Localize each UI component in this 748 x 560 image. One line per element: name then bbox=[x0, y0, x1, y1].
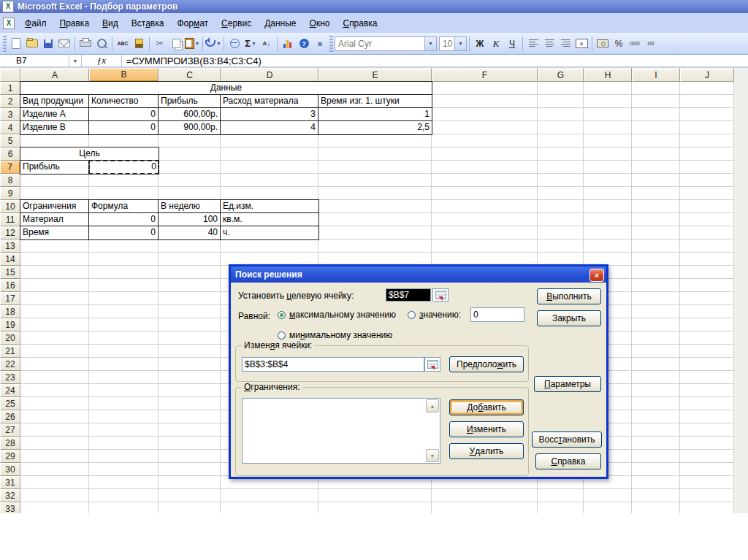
cell[interactable]: Ограничения bbox=[20, 200, 89, 213]
column-header-F[interactable]: F bbox=[432, 68, 538, 82]
format-painter-icon[interactable] bbox=[131, 36, 147, 52]
close-icon[interactable]: × bbox=[589, 269, 604, 282]
row-header-29[interactable]: 29 bbox=[0, 450, 20, 463]
cell[interactable]: 40 bbox=[159, 226, 221, 239]
radio-min-value[interactable]: минимальному значению bbox=[278, 330, 392, 340]
menu-вид[interactable]: Вид bbox=[96, 16, 124, 31]
toolbar-grip[interactable] bbox=[3, 36, 7, 52]
row-header-4[interactable]: 4 bbox=[0, 121, 20, 134]
radio-max-value[interactable]: максимальному значению bbox=[278, 310, 396, 320]
selected-cell[interactable]: 0 bbox=[89, 161, 159, 174]
target-cell-field[interactable]: $B$7 bbox=[386, 288, 431, 302]
cell[interactable]: ч. bbox=[221, 226, 318, 239]
currency-style-button[interactable] bbox=[595, 36, 611, 52]
cell[interactable]: 100 bbox=[159, 213, 221, 226]
row-header-14[interactable]: 14 bbox=[0, 253, 20, 266]
row-header-16[interactable]: 16 bbox=[0, 279, 20, 292]
cell[interactable]: 0 bbox=[89, 121, 159, 134]
row-header-32[interactable]: 32 bbox=[0, 489, 20, 502]
paste-icon[interactable]: ▼ bbox=[184, 36, 200, 52]
help-icon[interactable]: ? bbox=[296, 36, 312, 52]
row-header-33[interactable]: 33 bbox=[0, 502, 20, 513]
select-all-corner[interactable] bbox=[0, 68, 20, 82]
row-header-18[interactable]: 18 bbox=[0, 305, 20, 318]
row-header-19[interactable]: 19 bbox=[0, 318, 20, 331]
cut-icon[interactable]: ✂ bbox=[152, 36, 168, 52]
cell[interactable]: Цель bbox=[20, 147, 159, 161]
dialog-titlebar[interactable]: Поиск решения bbox=[231, 266, 606, 283]
name-box-dropdown[interactable]: ▼ bbox=[69, 55, 82, 66]
row-header-11[interactable]: 11 bbox=[0, 213, 20, 226]
column-header-B[interactable]: B bbox=[89, 68, 159, 82]
merge-center-button[interactable]: а bbox=[573, 36, 589, 52]
row-header-26[interactable]: 26 bbox=[0, 410, 20, 423]
insert-function-icon[interactable]: ƒx bbox=[82, 54, 122, 67]
new-icon[interactable] bbox=[8, 36, 24, 52]
cell[interactable]: Прибыль bbox=[159, 95, 221, 108]
cell[interactable]: Время изг. 1. штуки bbox=[318, 95, 432, 108]
sort-ascending-icon[interactable]: А↓ bbox=[259, 36, 275, 52]
align-left-button[interactable] bbox=[525, 36, 541, 52]
cell[interactable]: кв.м. bbox=[221, 213, 318, 226]
row-header-12[interactable]: 12 bbox=[0, 226, 20, 239]
row-header-17[interactable]: 17 bbox=[0, 292, 20, 305]
email-icon[interactable] bbox=[56, 36, 72, 52]
cell[interactable]: Вид продукции bbox=[20, 95, 89, 108]
toolbar-options-icon[interactable]: » bbox=[312, 36, 328, 52]
cell[interactable]: Время bbox=[20, 226, 89, 239]
row-header-21[interactable]: 21 bbox=[0, 345, 20, 358]
run-button[interactable]: Выполнить bbox=[537, 288, 601, 304]
row-header-7[interactable]: 7 bbox=[0, 161, 20, 174]
menu-сервис[interactable]: Сервис bbox=[215, 16, 257, 31]
row-header-9[interactable]: 9 bbox=[0, 187, 20, 200]
collapse-dialog-icon[interactable] bbox=[424, 357, 440, 372]
print-icon[interactable] bbox=[77, 36, 94, 52]
cell[interactable]: Изделие А bbox=[20, 108, 89, 121]
cell[interactable]: 600,00р. bbox=[159, 108, 221, 121]
menu-вставка[interactable]: Вставка bbox=[126, 16, 170, 31]
row-header-5[interactable]: 5 bbox=[0, 134, 20, 147]
row-header-10[interactable]: 10 bbox=[0, 200, 20, 213]
cell[interactable]: 2,5 bbox=[318, 121, 432, 134]
change-button[interactable]: Изменить bbox=[449, 421, 524, 437]
formula-text[interactable]: =СУММПРОИЗВ(B3:B4;C3:C4) bbox=[122, 55, 262, 66]
autosum-icon[interactable]: Σ▼ bbox=[243, 36, 259, 52]
align-center-button[interactable] bbox=[541, 36, 557, 52]
cell[interactable]: Данные bbox=[20, 82, 432, 95]
italic-button[interactable]: К bbox=[488, 36, 504, 52]
value-input[interactable]: 0 bbox=[470, 307, 524, 322]
row-header-27[interactable]: 27 bbox=[0, 423, 20, 437]
name-box[interactable]: B7 bbox=[0, 54, 69, 67]
row-header-13[interactable]: 13 bbox=[0, 239, 20, 253]
font-name-combo[interactable]: Arial Cyr ▼ bbox=[335, 37, 437, 51]
row-header-20[interactable]: 20 bbox=[0, 331, 20, 345]
chevron-down-icon[interactable]: ▼ bbox=[424, 37, 436, 50]
font-size-combo[interactable]: 10 ▼ bbox=[439, 37, 467, 51]
menu-формат[interactable]: Формат bbox=[171, 16, 214, 31]
cell[interactable]: Формула bbox=[89, 200, 159, 213]
cell[interactable]: 3 bbox=[221, 108, 318, 121]
copy-icon[interactable] bbox=[168, 36, 184, 52]
column-header-A[interactable]: A bbox=[20, 68, 89, 82]
column-header-E[interactable]: E bbox=[318, 68, 432, 82]
cell[interactable]: 1 bbox=[318, 108, 432, 121]
underline-button[interactable]: Ч bbox=[504, 36, 520, 52]
cell[interactable]: Ед.изм. bbox=[221, 200, 318, 213]
row-header-3[interactable]: 3 bbox=[0, 108, 20, 121]
row-header-24[interactable]: 24 bbox=[0, 384, 20, 397]
bold-button[interactable]: Ж bbox=[472, 36, 488, 52]
radio-equal-value[interactable]: значению: bbox=[408, 310, 461, 320]
menu-справка[interactable]: Справка bbox=[337, 16, 383, 31]
help-button[interactable]: Справка bbox=[535, 453, 601, 469]
options-button[interactable]: Параметры bbox=[534, 376, 601, 392]
cell[interactable]: 4 bbox=[221, 121, 318, 134]
cell[interactable]: В неделю bbox=[159, 200, 221, 213]
increase-decimal-button[interactable]: 00 bbox=[643, 36, 659, 52]
column-header-C[interactable]: C bbox=[159, 68, 221, 82]
spelling-icon[interactable]: ABC bbox=[115, 36, 131, 52]
undo-icon[interactable]: ▼ bbox=[205, 36, 221, 52]
scroll-down-icon[interactable]: ▼ bbox=[426, 449, 439, 462]
constraints-listbox[interactable]: ▲ ▼ bbox=[242, 398, 440, 464]
cell[interactable]: Прибыль bbox=[20, 161, 89, 174]
open-icon[interactable] bbox=[24, 36, 40, 52]
